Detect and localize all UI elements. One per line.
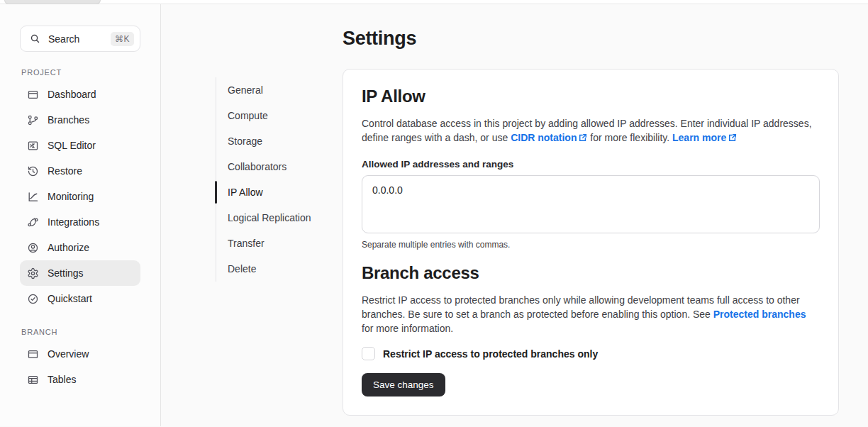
save-changes-button[interactable]: Save changes: [362, 373, 445, 396]
sidebar-item-label: Quickstart: [48, 293, 92, 304]
protected-branches-link[interactable]: Protected branches: [713, 309, 806, 320]
branches-icon: [27, 114, 39, 126]
branch-access-heading: Branch access: [362, 263, 820, 283]
sidebar-item-label: Tables: [48, 374, 76, 385]
sidebar-item-restore[interactable]: Restore: [20, 158, 140, 184]
table-icon: [27, 374, 39, 386]
monitoring-icon: [27, 191, 39, 203]
page-title: Settings: [343, 28, 839, 50]
sidebar: Search ⌘K PROJECT Dashboard Branches SQL…: [0, 4, 161, 426]
overview-icon: [27, 348, 39, 360]
subnav-logical-replication[interactable]: Logical Replication: [216, 205, 323, 231]
external-link-icon: [728, 133, 737, 142]
sidebar-item-label: SQL Editor: [48, 140, 96, 151]
subnav-general[interactable]: General: [216, 77, 323, 103]
search-input[interactable]: Search ⌘K: [20, 26, 140, 52]
subnav-compute[interactable]: Compute: [216, 103, 323, 128]
description-text: for more flexibility.: [587, 132, 672, 143]
sidebar-item-overview[interactable]: Overview: [20, 341, 140, 367]
sidebar-item-integrations[interactable]: Integrations: [20, 209, 140, 235]
restrict-ip-checkbox-label: Restrict IP access to protected branches…: [383, 348, 598, 360]
restrict-ip-checkbox[interactable]: [362, 347, 375, 360]
external-link-icon: [579, 133, 587, 142]
settings-content: Settings IP Allow Control database acces…: [343, 4, 839, 416]
check-circle-icon: [27, 293, 39, 305]
sidebar-item-label: Integrations: [48, 216, 99, 228]
restrict-ip-checkbox-row[interactable]: Restrict IP access to protected branches…: [362, 347, 820, 360]
branch-section-label: BRANCH: [21, 328, 139, 336]
gear-icon: [27, 267, 39, 279]
search-placeholder: Search: [48, 33, 111, 45]
cidr-notation-link[interactable]: CIDR notation: [511, 132, 577, 143]
description-text: for more information.: [362, 323, 453, 334]
ip-field-helper: Separate multiple entries with commas.: [362, 240, 820, 250]
search-shortcut-badge: ⌘K: [111, 32, 134, 46]
sidebar-item-label: Monitoring: [48, 191, 94, 202]
sidebar-item-label: Branches: [48, 114, 89, 126]
subnav-delete[interactable]: Delete: [216, 256, 323, 282]
sidebar-item-authorize[interactable]: Authorize: [20, 235, 140, 260]
integrations-icon: [27, 216, 39, 228]
sidebar-item-sql-editor[interactable]: SQL Editor: [20, 133, 140, 158]
subnav-storage[interactable]: Storage: [216, 128, 323, 154]
restore-icon: [27, 165, 39, 177]
subnav-transfer[interactable]: Transfer: [216, 231, 323, 256]
sidebar-item-branches[interactable]: Branches: [20, 107, 140, 133]
subnav-collaborators[interactable]: Collaborators: [216, 154, 323, 179]
app-window: Search ⌘K PROJECT Dashboard Branches SQL…: [0, 4, 868, 426]
sidebar-item-quickstart[interactable]: Quickstart: [20, 286, 140, 311]
ip-allow-description: Control database access in this project …: [362, 116, 820, 145]
main-area: General Compute Storage Collaborators IP…: [161, 4, 868, 426]
learn-more-link[interactable]: Learn more: [672, 132, 726, 143]
sidebar-item-tables[interactable]: Tables: [20, 367, 140, 392]
search-icon: [30, 33, 40, 44]
dashboard-icon: [27, 89, 39, 101]
sidebar-item-label: Settings: [48, 267, 84, 279]
sidebar-item-label: Restore: [48, 165, 82, 177]
authorize-icon: [27, 242, 39, 254]
branch-access-description: Restrict IP access to protected branches…: [362, 293, 820, 336]
sidebar-item-dashboard[interactable]: Dashboard: [20, 82, 140, 107]
ip-allow-card: IP Allow Control database access in this…: [343, 69, 839, 416]
sql-editor-icon: [27, 140, 39, 152]
settings-subnav: General Compute Storage Collaborators IP…: [216, 77, 323, 282]
sidebar-item-label: Authorize: [48, 242, 89, 253]
ip-field-label: Allowed IP addresses and ranges: [362, 159, 820, 170]
sidebar-item-label: Overview: [48, 348, 89, 360]
subnav-ip-allow[interactable]: IP Allow: [216, 179, 323, 205]
project-section-label: PROJECT: [21, 68, 139, 77]
browser-tab-sliver: [4, 0, 101, 4]
ip-allow-heading: IP Allow: [362, 87, 820, 106]
sidebar-item-settings[interactable]: Settings: [20, 260, 140, 286]
sidebar-item-label: Dashboard: [48, 89, 96, 100]
ip-addresses-textarea[interactable]: 0.0.0.0: [362, 175, 820, 233]
sidebar-item-monitoring[interactable]: Monitoring: [20, 184, 140, 209]
